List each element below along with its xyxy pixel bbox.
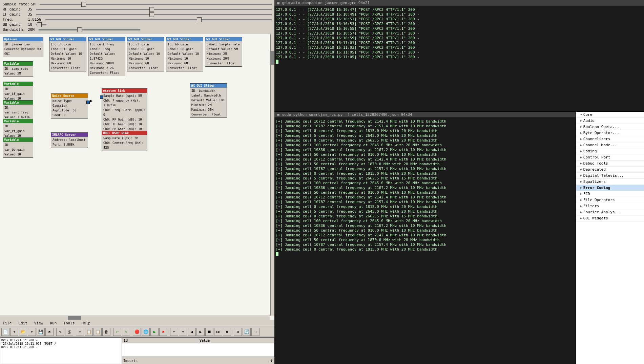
library-category[interactable]: ▼Core — [576, 112, 644, 118]
bbgain-slider[interactable] — [36, 24, 46, 25]
close-btn[interactable]: ✖ — [45, 328, 54, 336]
copy-btn[interactable]: 📋 — [85, 328, 93, 336]
next-btn[interactable]: ➡ — [179, 328, 187, 336]
cut-btn[interactable]: ✂ — [76, 328, 84, 336]
library-category[interactable]: ▶Byte Operator... — [576, 130, 644, 136]
tree-arrow-icon: ▶ — [580, 198, 582, 201]
prev-btn[interactable]: ⬅ — [170, 328, 178, 336]
flip-v-btn[interactable]: ⏭ — [214, 328, 222, 336]
terminal-bottom-line: [+] Jamming cell 0 central frequency at … — [276, 171, 574, 176]
generate-btn[interactable]: 🌐 — [142, 328, 150, 336]
delete-btn[interactable]: 🗑 — [102, 328, 110, 336]
var-ifgain-block[interactable]: Variable ID: var_if_gain Value: 10 — [3, 82, 33, 102]
library-category[interactable]: ▶Error Coding — [576, 185, 644, 191]
menu-edit[interactable]: Edit — [17, 320, 29, 326]
rfgain-slider[interactable] — [36, 9, 272, 10]
print-btn[interactable]: 🖨 — [65, 328, 73, 336]
library-category[interactable]: ▶Equalizers — [576, 179, 644, 185]
options-generate: Generate Options: WX GUI — [4, 47, 42, 56]
log-area[interactable]: RPC2 HTTP/1.1" 200 - [27/Jul/2018 16:11:… — [0, 338, 122, 364]
log-line-2: [27/Jul/2018 16:11:05] "POST / — [1, 342, 121, 345]
terminal-bottom-body[interactable]: [+] Jamming cell 10712 central frequency… — [274, 118, 576, 364]
uhd-usrp-sink-block[interactable]: UHD: USRP Sink Samp Rate (Sps): 5M Ch0: … — [102, 131, 147, 151]
terminal-bottom-line: [+] Jamming cell 10712 central frequency… — [276, 157, 574, 162]
library-category[interactable]: ▶Audio — [576, 118, 644, 124]
library-category[interactable]: ▶File Operators — [576, 197, 644, 203]
wx-slider-rf-block[interactable]: WX GUI Slider ID: rf_gain Label: RF gain… — [127, 37, 164, 71]
vertical-scrollbar[interactable] — [270, 34, 274, 316]
new-dropdown-btn[interactable]: ▾ — [10, 328, 18, 336]
menu-run[interactable]: Run — [49, 320, 58, 326]
add-import-btn[interactable]: + — [270, 358, 273, 363]
bottom-panel: RPC2 HTTP/1.1" 200 - [27/Jul/2018 16:11:… — [0, 337, 274, 364]
library-category[interactable]: ▶Deprecated — [576, 167, 644, 173]
xmlrpc-server-block[interactable]: XMLRPC Server Address: localhost Port: 8… — [51, 132, 88, 148]
noise-source-block[interactable]: Noise Source Noise Type: Gaussian Amplit… — [51, 93, 88, 119]
library-category[interactable]: ▶Control Port — [576, 154, 644, 160]
open-btn[interactable]: 📂 — [19, 328, 27, 336]
library-category[interactable]: ▶Boolean Opera... — [576, 124, 644, 130]
save-btn[interactable]: 💾 — [37, 328, 45, 336]
library-category[interactable]: ▶Digital Televis... — [576, 173, 644, 179]
bandwidth-slider[interactable] — [39, 29, 140, 30]
sep4 — [131, 328, 132, 336]
freq-slider[interactable] — [45, 19, 272, 20]
wx-slider-samprate-block[interactable]: WX GUI Slider Label: Sample rate Default… — [205, 37, 242, 67]
arrow-btn[interactable]: → — [251, 328, 259, 336]
var-bbgain-block[interactable]: Variable ID: var_bb_gain Value: 10 — [3, 137, 33, 158]
library-category-label: Control Port — [583, 155, 610, 159]
reload-btn[interactable]: 🔄 — [243, 328, 251, 336]
undo-btn[interactable]: ↩ — [113, 328, 121, 336]
terminal-bottom-left: ▣ sudo python smartjam_rpc.py -f cells_1… — [274, 112, 576, 364]
ifgain-slider[interactable] — [36, 14, 272, 15]
library-category[interactable]: ▶Channelizers — [576, 136, 644, 142]
run-btn[interactable]: ▶ — [150, 328, 159, 336]
library-category[interactable]: ▶Debug Tools — [576, 160, 644, 167]
terminal-bottom-line: [+] Jamming cell 10787 central frequency… — [276, 167, 574, 171]
rotate-right-btn[interactable]: ▶ — [196, 328, 205, 336]
wx-slider-freq-block[interactable]: WX GUI Slider ID: cent_freq Label: Freq … — [88, 37, 125, 76]
tree-arrow-icon: ▶ — [580, 192, 582, 195]
terminal-bottom-titlebar: ▣ sudo python smartjam_rpc.py -f cells_1… — [274, 112, 576, 118]
var-rfgain-block[interactable]: Variable ID: var_rf_gain Value: 10 — [3, 119, 33, 139]
close2-btn[interactable]: ✖ — [223, 328, 231, 336]
library-tree[interactable]: ▼Core▶Audio▶Boolean Opera...▶Byte Operat… — [576, 112, 644, 364]
library-category[interactable]: ▶FCD — [576, 191, 644, 197]
properties-btn[interactable]: ⚙ — [234, 328, 242, 336]
menu-help[interactable]: Help — [80, 320, 92, 326]
flowgraph-canvas[interactable]: Options ID: jammer_gen Generate Options:… — [0, 34, 274, 320]
flip-h-btn[interactable]: ⏹ — [205, 328, 213, 336]
var-centfreq-block[interactable]: Variable ID: var_cent_freq Value: 1.8742… — [3, 100, 33, 121]
terminal-bottom-line: [+] Jamming cell 50 central frequency at… — [276, 190, 574, 195]
kill-btn[interactable]: ✖ — [159, 328, 167, 336]
open-dropdown-btn[interactable]: ▾ — [28, 328, 36, 336]
new-btn[interactable]: 📄 — [1, 328, 9, 336]
library-category[interactable]: ▶Coding — [576, 148, 644, 154]
redo-btn[interactable]: ↪ — [122, 328, 130, 336]
menu-view[interactable]: View — [33, 320, 45, 326]
wx-slider-bb-block[interactable]: WX GUI Slider ID: bb_gain Label: BB gain… — [166, 37, 203, 71]
var-samprate-block[interactable]: Variable ID: samp_rate Value: 5M — [3, 61, 33, 77]
imports-row[interactable]: Imports + — [122, 357, 274, 364]
library-category[interactable]: ▶Filters — [576, 203, 644, 209]
ifgain-row: IF gain: 35 — [3, 12, 272, 17]
horizontal-scrollbar[interactable] — [0, 316, 270, 320]
wx-slider-bw-block[interactable]: WX GUI Slider ID: bandwidth Label: Bandw… — [190, 83, 227, 118]
library-category[interactable]: ▶Fourier Analys... — [576, 209, 644, 215]
terminal-top-line: 127.0.0.1 - - [27/Jul/2018 16:10:49] "PO… — [276, 12, 643, 17]
menu-tools[interactable]: Tools — [62, 320, 76, 326]
wx-slider-if-block[interactable]: WX GUI Slider ID: if_gain Label: IF gain… — [49, 37, 86, 71]
library-category[interactable]: ▶GUI Widgets — [576, 215, 644, 221]
menu-file[interactable]: File — [1, 320, 13, 326]
options-block[interactable]: Options ID: jammer_gen Generate Options:… — [3, 37, 43, 57]
samplerate-slider[interactable] — [40, 4, 272, 5]
library-category[interactable]: ▶Channel Mode... — [576, 142, 644, 148]
terminal-top-body[interactable]: 127.0.0.1 - - [27/Jul/2018 16:10:47] "PO… — [274, 6, 644, 111]
stop-btn[interactable]: 🔴 — [133, 328, 141, 336]
rotate-left-btn[interactable]: ◀ — [188, 328, 196, 336]
edit-btn[interactable]: ✎ — [56, 328, 64, 336]
paste-btn[interactable]: 📋 — [94, 328, 102, 336]
terminal-top-line: 127.0.0.1 - - [27/Jul/2018 16:10:55] "PO… — [276, 26, 643, 31]
terminal-bottom-line: [+] Jamming cell 0 central frequency at … — [276, 129, 574, 133]
freq-value: 1.815G — [28, 17, 41, 22]
